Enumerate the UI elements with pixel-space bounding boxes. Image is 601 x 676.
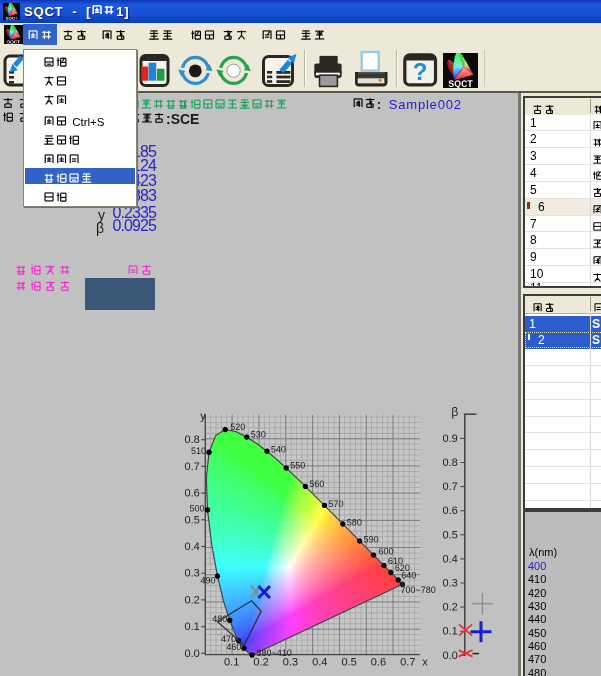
svg-text:?: ? (413, 58, 428, 85)
